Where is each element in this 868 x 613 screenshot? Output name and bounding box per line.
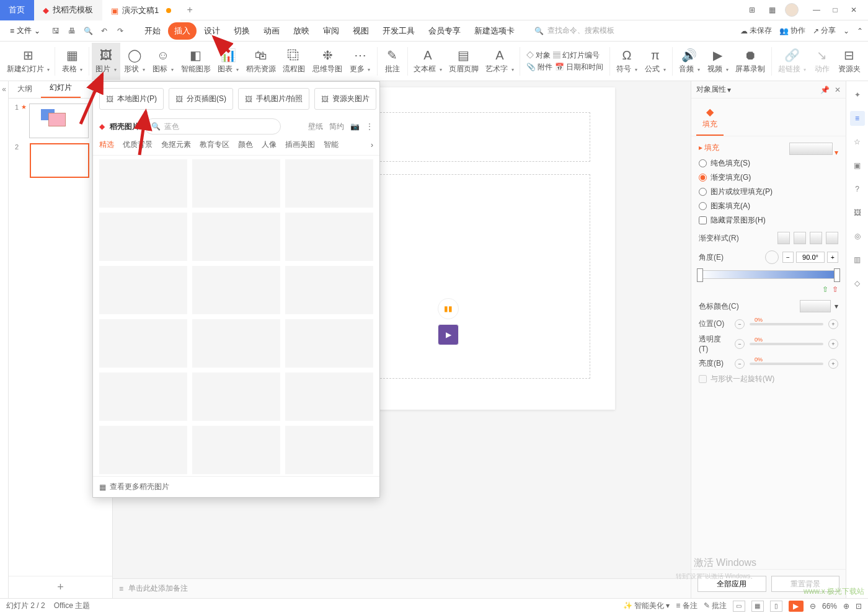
menu-tab-动画[interactable]: 动画 [257,22,286,40]
dd-local-image[interactable]: 🖼本地图片(P) [99,88,164,110]
comments-toggle[interactable]: ✎ 批注 [704,601,727,611]
cat-5[interactable]: 人像 [262,139,277,150]
maximize-button[interactable]: □ [827,2,843,18]
attach-button[interactable]: 📎 附件 📅 日期和时间 [526,62,603,73]
ribbon-picture[interactable]: 🖼图片 ▾ [92,43,120,80]
rail-icon-9[interactable]: ◇ [850,276,865,291]
tab-templates[interactable]: ◆ 找稻壳模板 [34,0,102,20]
dd-page-illust[interactable]: 🖼分页插图(S) [169,88,233,110]
file-menu[interactable]: ≡ 文件 ⌄ [5,23,45,38]
op-slider[interactable]: 0% [750,343,823,345]
tab-home[interactable]: 首页 [0,0,34,20]
command-search[interactable]: 🔍 查找命令、搜索模板 [534,25,615,36]
apps-icon[interactable]: ▦ [765,3,779,17]
menu-tab-视图[interactable]: 视图 [347,22,375,40]
cat-more-icon[interactable]: › [371,141,373,149]
pos-dec[interactable]: − [735,319,745,329]
image-cell[interactable] [192,266,280,314]
ribbon-table[interactable]: ▦表格 ▾ [58,43,86,80]
cat-4[interactable]: 颜色 [238,139,253,150]
op-inc[interactable]: + [828,339,838,349]
ribbon-symbol[interactable]: Ω符号 ▾ [613,43,641,80]
rail-icon-1[interactable]: ✦ [850,87,865,102]
cat-2[interactable]: 免抠元素 [161,139,191,150]
opt-simple[interactable]: 简约 [329,121,344,132]
image-cell[interactable] [285,426,373,474]
ribbon-shapes[interactable]: ◯形状 ▾ [120,43,149,80]
ribbon-wordart[interactable]: A艺术字 ▾ [482,43,517,80]
rail-icon-3[interactable]: ☆ [850,135,865,149]
cat-7[interactable]: 智能 [324,139,339,150]
menu-tab-会员专享[interactable]: 会员专享 [422,22,467,40]
image-cell[interactable] [99,373,187,421]
grad-stop-2[interactable] [834,268,840,282]
rail-icon-2[interactable]: ≡ [850,111,865,126]
ribbon-dk-res[interactable]: 🛍稻壳资源 [242,43,279,80]
opt-wallpaper[interactable]: 壁纸 [308,121,323,132]
slideshow-button[interactable]: ▶ [789,601,804,612]
angle-dec[interactable]: − [782,252,794,263]
menu-tab-切换[interactable]: 切换 [228,22,256,40]
beautify-button[interactable]: ✨ 智能美化 ▾ [623,601,670,611]
dd-folder-image[interactable]: 🖼资源夹图片 [314,88,376,110]
more-icon[interactable]: ⋮ [366,122,373,131]
fill-tab[interactable]: ◆ 填充 [696,101,724,136]
menu-more-icon[interactable]: ⌄ [843,27,849,35]
object-button[interactable]: ◇ 对象 ▤ 幻灯片编号 [526,50,603,61]
ribbon-flowchart[interactable]: ⿻流程图 [279,43,309,80]
gradient-fill-radio[interactable]: 渐变填充(G) [699,172,838,183]
slide-thumb-1[interactable] [29,104,89,138]
camera-icon[interactable]: 📷 [350,122,360,131]
ribbon-more[interactable]: ⋯更多 ▾ [346,43,374,80]
grad-stop-1[interactable] [697,268,703,282]
del-stop-icon[interactable]: ⇧ [832,285,838,294]
image-cell[interactable] [285,159,373,208]
menu-tab-审阅[interactable]: 审阅 [317,22,345,40]
pos-inc[interactable]: + [828,319,838,329]
redo-icon[interactable]: ↷ [113,24,127,38]
view-sorter[interactable]: ▦ [751,601,764,612]
angle-inc[interactable]: + [827,252,838,263]
pos-slider[interactable]: 0% [750,323,823,325]
notes-bar[interactable]: ≡ 单击此处添加备注 [113,578,691,598]
ribbon-chart[interactable]: 📊图表 ▾ [214,43,242,80]
image-cell[interactable] [192,319,280,368]
fit-button[interactable]: ⊡ [856,602,862,611]
zoom-out[interactable]: ⊖ [810,602,816,611]
undo-icon[interactable]: ↶ [97,24,111,38]
close-panel-icon[interactable]: ✕ [835,86,841,94]
color-swatch[interactable] [800,300,831,312]
collab-button[interactable]: 👥 协作 [779,25,805,36]
pin-icon[interactable]: 📌 [820,86,830,94]
preview-icon[interactable]: 🔍 [81,24,95,38]
window-layout-icon[interactable]: ⊞ [745,3,759,17]
grad-sw1[interactable] [777,232,790,244]
image-cell[interactable] [192,159,280,208]
view-reading[interactable]: ▯ [770,601,782,612]
ribbon-res-folder[interactable]: ⊟资源夹 [835,43,864,80]
ribbon-audio[interactable]: 🔊音频 ▾ [675,43,704,80]
ribbon-screen-rec[interactable]: ⏺屏幕录制 [732,43,769,80]
br-dec[interactable]: − [735,359,745,369]
menu-tab-插入[interactable]: 插入 [168,22,197,40]
angle-input[interactable] [796,252,825,263]
close-button[interactable]: ✕ [846,2,862,18]
unsaved-button[interactable]: ☁ 未保存 [740,25,772,36]
image-cell[interactable] [99,426,187,474]
chart-hint-icon[interactable]: ▮▮ [438,298,459,319]
save-icon[interactable]: 🖫 [49,24,63,38]
minimize-button[interactable]: ― [808,2,825,18]
tab-document[interactable]: ▣ 演示文稿1 [102,0,180,20]
menu-collapse-icon[interactable]: ⌃ [857,27,863,35]
gradient-bar[interactable] [699,270,838,279]
ribbon-action[interactable]: ↘动作 [810,43,835,80]
outline-tab[interactable]: 大纲 [9,80,41,98]
ribbon-mindmap[interactable]: ❉思维导图 [309,43,346,80]
menu-tab-开发工具[interactable]: 开发工具 [376,22,421,40]
image-cell[interactable] [192,373,280,421]
ribbon-textbox[interactable]: A文本框 ▾ [410,43,446,80]
ribbon-link[interactable]: 🔗超链接 ▾ [774,43,810,80]
ribbon-icons[interactable]: ☺图标 ▾ [149,43,177,80]
image-search[interactable]: 🔍 蓝色 [144,118,281,135]
notes-toggle[interactable]: ≡ 备注 [676,601,697,611]
